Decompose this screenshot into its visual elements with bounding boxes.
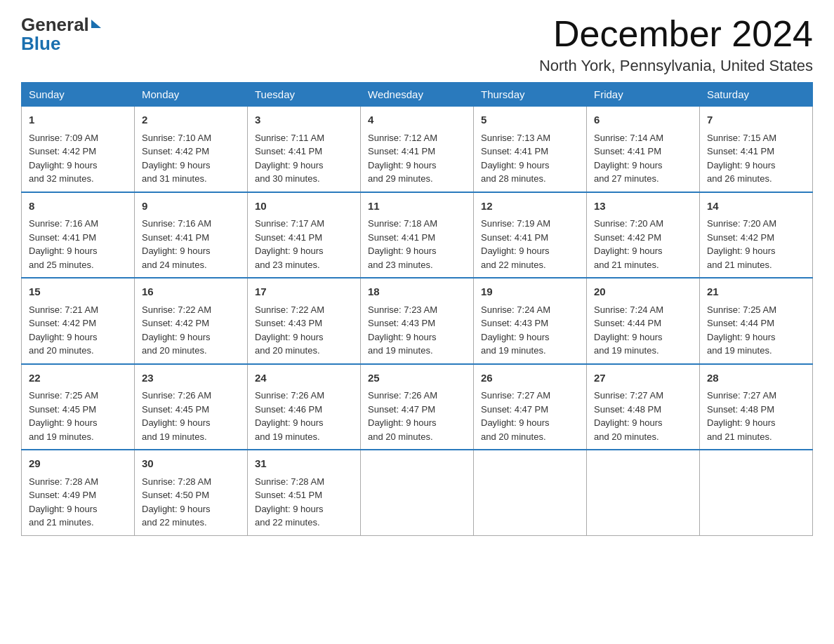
sunset-label: Sunset: 4:41 PM: [481, 232, 548, 243]
daylight-label: Daylight: 9 hours: [142, 246, 211, 256]
sunrise-label: Sunrise: 7:18 AM: [368, 218, 437, 229]
calendar-week-row: 1 Sunrise: 7:09 AM Sunset: 4:42 PM Dayli…: [22, 107, 813, 192]
sunrise-label: Sunrise: 7:25 AM: [707, 304, 776, 315]
sunset-label: Sunset: 4:43 PM: [368, 318, 435, 328]
day-number: 23: [142, 370, 240, 387]
daylight-label: Daylight: 9 hours: [594, 417, 663, 428]
daylight-minutes: and 19 minutes.: [594, 345, 659, 356]
sunset-label: Sunset: 4:41 PM: [481, 146, 548, 156]
sunset-label: Sunset: 4:47 PM: [368, 404, 435, 415]
day-number: 20: [594, 284, 692, 300]
sunrise-label: Sunrise: 7:12 AM: [368, 133, 437, 143]
day-number: 12: [481, 199, 579, 215]
header-tuesday: Tuesday: [248, 83, 361, 107]
daylight-minutes: and 19 minutes.: [255, 431, 320, 442]
daylight-label: Daylight: 9 hours: [481, 246, 550, 256]
sunrise-label: Sunrise: 7:24 AM: [481, 304, 550, 315]
sunset-label: Sunset: 4:41 PM: [368, 232, 435, 243]
calendar-cell: 1 Sunrise: 7:09 AM Sunset: 4:42 PM Dayli…: [22, 107, 135, 192]
calendar-cell: 30 Sunrise: 7:28 AM Sunset: 4:50 PM Dayl…: [135, 450, 248, 535]
day-number: 19: [481, 284, 579, 300]
logo-blue-text: Blue: [21, 33, 60, 55]
page-header: General Blue December 2024 North York, P…: [21, 14, 813, 75]
sunset-label: Sunset: 4:45 PM: [29, 404, 96, 415]
day-number: 27: [594, 370, 692, 387]
daylight-label: Daylight: 9 hours: [368, 246, 437, 256]
day-number: 17: [255, 284, 353, 300]
calendar-cell: 3 Sunrise: 7:11 AM Sunset: 4:41 PM Dayli…: [248, 107, 361, 192]
sunrise-label: Sunrise: 7:11 AM: [255, 133, 324, 143]
daylight-minutes: and 22 minutes.: [142, 517, 207, 528]
sunrise-label: Sunrise: 7:15 AM: [707, 133, 776, 143]
sunrise-label: Sunrise: 7:16 AM: [142, 218, 211, 229]
day-number: 3: [255, 112, 353, 128]
calendar-cell: 16 Sunrise: 7:22 AM Sunset: 4:42 PM Dayl…: [135, 278, 248, 364]
daylight-label: Daylight: 9 hours: [368, 417, 437, 428]
day-number: 5: [481, 112, 579, 128]
sunrise-label: Sunrise: 7:13 AM: [481, 133, 550, 143]
sunset-label: Sunset: 4:41 PM: [707, 146, 774, 156]
day-number: 18: [368, 284, 466, 300]
sunrise-label: Sunrise: 7:26 AM: [142, 390, 211, 401]
sunset-label: Sunset: 4:41 PM: [29, 232, 96, 243]
sunrise-label: Sunrise: 7:22 AM: [142, 304, 211, 315]
daylight-label: Daylight: 9 hours: [481, 332, 550, 342]
daylight-minutes: and 19 minutes.: [707, 345, 772, 356]
calendar-cell: 24 Sunrise: 7:26 AM Sunset: 4:46 PM Dayl…: [248, 364, 361, 450]
calendar-cell: 2 Sunrise: 7:10 AM Sunset: 4:42 PM Dayli…: [135, 107, 248, 192]
sunset-label: Sunset: 4:44 PM: [707, 318, 774, 328]
sunset-label: Sunset: 4:42 PM: [29, 318, 96, 328]
sunset-label: Sunset: 4:41 PM: [142, 232, 209, 243]
daylight-minutes: and 20 minutes.: [368, 431, 433, 442]
calendar-cell: 7 Sunrise: 7:15 AM Sunset: 4:41 PM Dayli…: [700, 107, 813, 192]
sunset-label: Sunset: 4:44 PM: [594, 318, 661, 328]
sunset-label: Sunset: 4:42 PM: [29, 146, 96, 156]
day-number: 25: [368, 370, 466, 387]
daylight-minutes: and 23 minutes.: [368, 260, 433, 270]
daylight-label: Daylight: 9 hours: [255, 504, 324, 514]
sunrise-label: Sunrise: 7:28 AM: [29, 476, 98, 487]
calendar-cell: [587, 450, 700, 535]
calendar-header-row: Sunday Monday Tuesday Wednesday Thursday…: [22, 83, 813, 107]
calendar-cell: 14 Sunrise: 7:20 AM Sunset: 4:42 PM Dayl…: [700, 192, 813, 279]
daylight-minutes: and 19 minutes.: [368, 345, 433, 356]
sunrise-label: Sunrise: 7:27 AM: [481, 390, 550, 401]
day-number: 29: [29, 456, 127, 472]
daylight-label: Daylight: 9 hours: [594, 246, 663, 256]
daylight-label: Daylight: 9 hours: [255, 417, 324, 428]
calendar-cell: 9 Sunrise: 7:16 AM Sunset: 4:41 PM Dayli…: [135, 192, 248, 279]
daylight-minutes: and 31 minutes.: [142, 173, 207, 184]
daylight-label: Daylight: 9 hours: [707, 160, 776, 170]
day-number: 4: [368, 112, 466, 128]
sunset-label: Sunset: 4:45 PM: [142, 404, 209, 415]
daylight-label: Daylight: 9 hours: [29, 332, 98, 342]
day-number: 9: [142, 199, 240, 215]
header-monday: Monday: [135, 83, 248, 107]
daylight-minutes: and 19 minutes.: [29, 431, 94, 442]
daylight-label: Daylight: 9 hours: [368, 332, 437, 342]
sunrise-label: Sunrise: 7:28 AM: [142, 476, 211, 487]
calendar-week-row: 15 Sunrise: 7:21 AM Sunset: 4:42 PM Dayl…: [22, 278, 813, 364]
month-year-title: December 2024: [539, 14, 813, 54]
daylight-label: Daylight: 9 hours: [707, 332, 776, 342]
header-thursday: Thursday: [474, 83, 587, 107]
daylight-minutes: and 21 minutes.: [594, 260, 659, 270]
sunrise-label: Sunrise: 7:23 AM: [368, 304, 437, 315]
calendar-cell: [474, 450, 587, 535]
daylight-minutes: and 28 minutes.: [481, 173, 546, 184]
day-number: 8: [29, 199, 127, 215]
daylight-minutes: and 21 minutes.: [707, 431, 772, 442]
daylight-minutes: and 22 minutes.: [255, 517, 320, 528]
sunset-label: Sunset: 4:43 PM: [481, 318, 548, 328]
calendar-cell: 22 Sunrise: 7:25 AM Sunset: 4:45 PM Dayl…: [22, 364, 135, 450]
day-number: 11: [368, 199, 466, 215]
daylight-label: Daylight: 9 hours: [707, 417, 776, 428]
calendar-cell: 18 Sunrise: 7:23 AM Sunset: 4:43 PM Dayl…: [361, 278, 474, 364]
daylight-minutes: and 21 minutes.: [707, 260, 772, 270]
sunrise-label: Sunrise: 7:25 AM: [29, 390, 98, 401]
sunrise-label: Sunrise: 7:27 AM: [594, 390, 663, 401]
calendar-week-row: 8 Sunrise: 7:16 AM Sunset: 4:41 PM Dayli…: [22, 192, 813, 279]
sunrise-label: Sunrise: 7:28 AM: [255, 476, 324, 487]
daylight-minutes: and 25 minutes.: [29, 260, 94, 270]
calendar-cell: [361, 450, 474, 535]
